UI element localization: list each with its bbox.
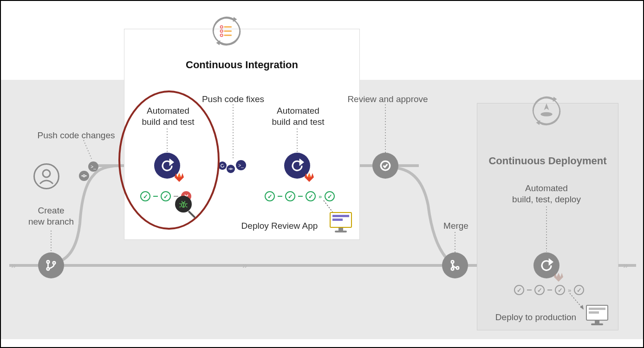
person-icon [33,163,59,189]
status-pass-icon: ✓ [285,191,295,201]
svg-point-28 [47,268,49,270]
computer-icon [586,305,608,325]
svg-point-47 [456,267,459,269]
gitlab-logo-icon [553,271,564,283]
computer-icon [330,212,352,232]
status-pass-icon: ✓ [265,191,275,201]
svg-point-45 [451,261,454,263]
commit-icon [79,171,89,181]
svg-marker-43 [300,160,303,165]
branch-node [38,252,64,278]
svg-point-29 [53,262,55,264]
terminal-icon: >_ [236,160,246,170]
merge-node [442,252,468,278]
pipeline-2: ✓ ✓ ✓ » ✓ [265,191,335,201]
svg-point-27 [47,261,49,263]
leader-lines [1,1,644,348]
svg-line-15 [84,140,91,159]
approve-node [372,153,398,179]
status-pass-icon: ✓ [555,285,565,295]
svg-marker-48 [549,260,552,264]
status-pass-icon: ✓ [534,285,545,295]
terminal-icon: >_ [88,161,98,172]
status-pass-icon: ✓ [306,191,316,201]
status-pass-icon: ✓ [574,285,584,295]
pipeline-cd: ✓ ✓ ✓ » ✓ [514,285,584,295]
svg-point-26 [43,170,50,177]
status-pass-icon: ✓ [514,285,524,295]
highlight-ellipse [118,90,220,230]
svg-point-46 [451,268,454,270]
svg-marker-25 [580,305,584,309]
commit-icon [227,165,235,173]
svg-point-40 [230,168,231,169]
gitlab-logo-icon [304,172,315,183]
status-pass-icon: ✓ [325,191,335,201]
svg-point-30 [83,175,85,177]
